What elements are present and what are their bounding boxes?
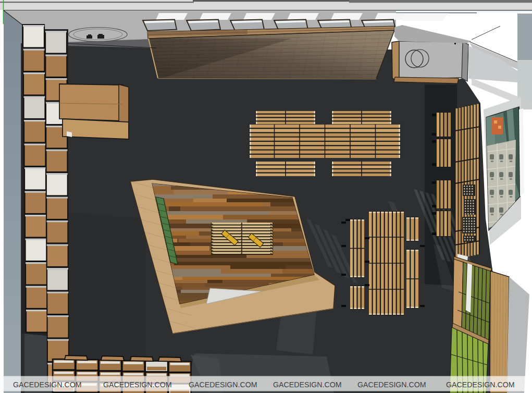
svg-text:GACEDESIGN.COM: GACEDESIGN.COM bbox=[446, 380, 515, 389]
svg-text:GACEDESIGN.COM: GACEDESIGN.COM bbox=[357, 380, 426, 389]
svg-text:GACEDESIGN.COM: GACEDESIGN.COM bbox=[103, 380, 172, 389]
svg-text:GACEDESIGN.COM: GACEDESIGN.COM bbox=[273, 380, 342, 389]
svg-text:GACEDESIGN.COM: GACEDESIGN.COM bbox=[13, 380, 82, 389]
svg-text:GACEDESIGN.COM: GACEDESIGN.COM bbox=[189, 380, 257, 389]
